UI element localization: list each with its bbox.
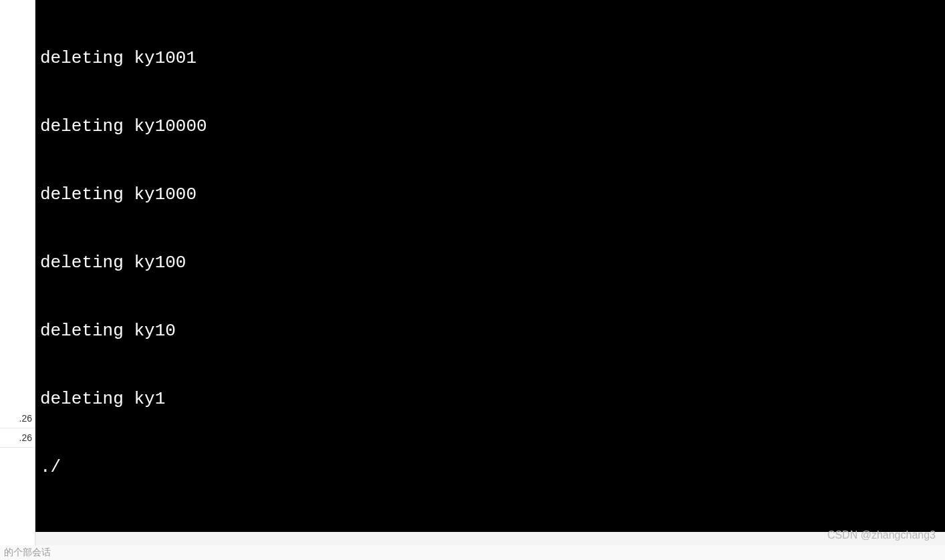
terminal-line: deleting ky1001: [40, 47, 945, 69]
status-text: 的个部会话: [4, 547, 51, 559]
sidebar-item[interactable]: .26: [0, 409, 35, 428]
terminal-output[interactable]: deleting ky1001 deleting ky10000 deletin…: [35, 0, 945, 532]
terminal-line: deleting ky10000: [40, 115, 945, 138]
terminal-line: [40, 524, 945, 547]
sidebar: .26 .26: [0, 0, 35, 560]
terminal-line: deleting ky1: [40, 388, 945, 410]
terminal-line: ./: [40, 456, 945, 478]
watermark: CSDN @zhangchang3: [827, 529, 936, 541]
sidebar-item[interactable]: .26: [0, 428, 35, 448]
status-bar: 的个部会话: [0, 545, 945, 560]
terminal-line: deleting ky100: [40, 251, 945, 274]
terminal-line: deleting ky10: [40, 319, 945, 342]
terminal-line: deleting ky1000: [40, 183, 945, 206]
